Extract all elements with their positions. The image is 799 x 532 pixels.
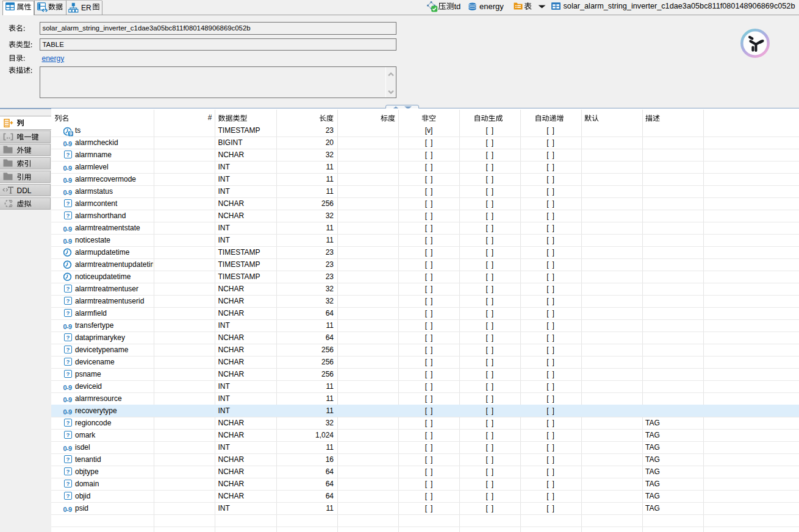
svg-text:9: 9 [69,130,72,137]
